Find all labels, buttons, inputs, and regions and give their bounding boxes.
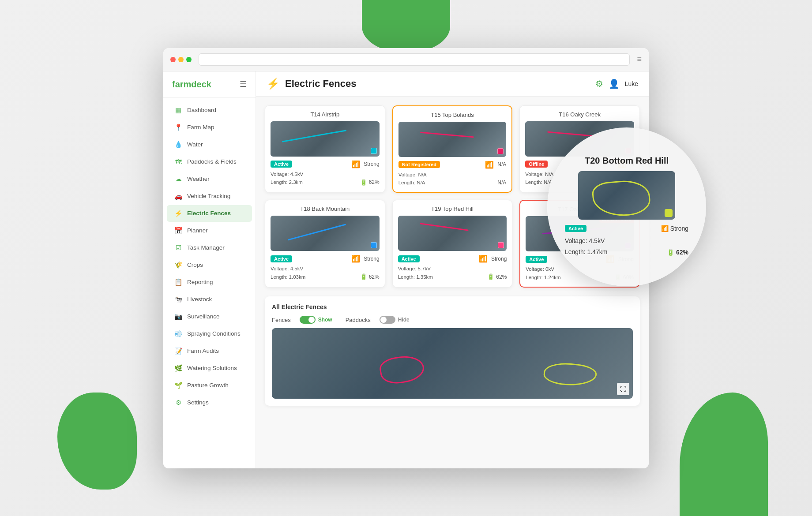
signal-label: N/A — [497, 161, 506, 168]
sidebar-item-planner[interactable]: 📅 Planner — [167, 222, 252, 239]
paddocks-toggle[interactable]: Hide — [380, 316, 410, 324]
nav-label-weather: Weather — [187, 176, 210, 182]
card-image-bg — [271, 121, 380, 157]
decorative-blob-left — [57, 393, 137, 490]
fence-color-indicator — [371, 148, 377, 154]
card-length-battery: Length: 2.3km 🔋62% — [271, 178, 380, 186]
sidebar-item-pasture-growth[interactable]: 🌱 Pasture Growth — [167, 377, 252, 394]
popup-status-badge: Active — [565, 225, 586, 232]
sidebar-item-reporting[interactable]: 📋 Reporting — [167, 274, 252, 291]
card-status-row: Active 📶 Strong — [398, 254, 507, 263]
nav-icon-watering-solutions: 🌿 — [174, 364, 183, 373]
address-bar[interactable] — [199, 53, 630, 66]
nav-icon-reporting: 📋 — [174, 278, 183, 287]
card-title: T16 Oaky Creek — [525, 111, 634, 118]
status-badge: Active — [271, 161, 292, 168]
logo-farm: farm — [172, 79, 191, 89]
nav-icon-dashboard: ▦ — [174, 106, 183, 115]
map-section: All Electric Fences Fences Show Paddocks — [265, 296, 640, 406]
map-fence-yellow — [543, 361, 598, 388]
nav-icon-task-manager: ☑ — [174, 243, 183, 252]
card-battery-row: 🔋62% — [360, 179, 380, 186]
card-length-battery: Length: 1.35km 🔋62% — [398, 273, 507, 281]
status-badge: Active — [271, 255, 292, 262]
browser-menu-icon[interactable]: ≡ — [637, 55, 642, 64]
nav-icon-paddocks: 🗺 — [174, 157, 183, 166]
sidebar-item-spraying-conditions[interactable]: 💨 Spraying Conditions — [167, 325, 252, 342]
sidebar-item-vehicle-tracking[interactable]: 🚗 Vehicle Tracking — [167, 188, 252, 205]
sidebar-item-task-manager[interactable]: ☑ Task Manager — [167, 239, 252, 256]
card-image — [271, 216, 380, 251]
nav-icon-water: 💧 — [174, 140, 183, 149]
nav-icon-settings: ⚙ — [174, 398, 183, 407]
card-length-battery: Length: 1.03km 🔋62% — [271, 273, 380, 281]
card-battery-row: N/A — [497, 179, 506, 186]
sidebar-item-weather[interactable]: ☁ Weather — [167, 171, 252, 187]
card-battery-row: 🔋62% — [487, 273, 507, 280]
nav-icon-pasture-growth: 🌱 — [174, 381, 183, 390]
decorative-blob-right — [680, 393, 768, 516]
sidebar-item-settings[interactable]: ⚙ Settings — [167, 394, 252, 411]
nav-label-water: Water — [187, 141, 203, 148]
fences-toggle-track[interactable] — [300, 316, 316, 324]
popup-fence-image — [578, 171, 649, 220]
card-image-bg — [398, 122, 507, 157]
electric-fence-icon: ⚡ — [267, 78, 280, 90]
fullscreen-button[interactable]: ⛶ — [617, 383, 629, 395]
maximize-button[interactable] — [186, 57, 192, 62]
browser-window: ≡ farmdeck ☰ ▦ Dashboard 📍 Farm Map 💧 Wa… — [163, 48, 649, 468]
nav-icon-farm-map: 📍 — [174, 123, 183, 132]
map-fence-pink — [378, 353, 426, 386]
status-badge: Active — [526, 256, 547, 263]
sidebar-item-electric-fences[interactable]: ⚡ Electric Fences — [167, 205, 252, 222]
card-status-row: Not Registered 📶 N/A — [398, 161, 507, 169]
sidebar-item-paddocks[interactable]: 🗺 Paddocks & Fields — [167, 153, 252, 170]
fences-toggle[interactable]: Show — [300, 316, 332, 324]
nav-label-farm-map: Farm Map — [187, 124, 214, 131]
fence-color-indicator — [497, 148, 504, 154]
fence-card-t18[interactable]: T18 Back Mountain Active 📶 Strong Voltag… — [265, 200, 385, 288]
sidebar-item-livestock[interactable]: 🐄 Livestock — [167, 291, 252, 308]
user-icon[interactable]: 👤 — [609, 79, 620, 89]
settings-icon[interactable]: ⚙ — [595, 79, 603, 89]
nav-label-task-manager: Task Manager — [187, 244, 225, 251]
popup-length: Length: 1.47km — [565, 247, 608, 258]
sidebar-item-surveillance[interactable]: 📷 Surveillance — [167, 308, 252, 325]
battery-icon: 🔋 — [360, 179, 367, 186]
sidebar-item-farm-audits[interactable]: 📝 Farm Audits — [167, 343, 252, 359]
fences-toggle-thumb — [308, 317, 315, 323]
signal-label: Strong — [364, 161, 379, 167]
minimize-button[interactable] — [178, 57, 184, 62]
card-length: Length: 1.35km — [398, 273, 433, 281]
sidebar-item-water[interactable]: 💧 Water — [167, 136, 252, 153]
app-container: farmdeck ☰ ▦ Dashboard 📍 Farm Map 💧 Wate… — [163, 71, 649, 468]
signal-bars: 📶 — [351, 160, 360, 168]
card-voltage: Voltage: N/A — [398, 171, 507, 179]
nav-icon-vehicle-tracking: 🚗 — [174, 192, 183, 201]
sidebar-item-watering-solutions[interactable]: 🌿 Watering Solutions — [167, 360, 252, 377]
close-button[interactable] — [170, 57, 176, 62]
browser-controls — [170, 57, 192, 62]
status-badge: Offline — [525, 161, 548, 168]
detail-popup: T20 Bottom Red Hill Active 📶 Strong Volt… — [547, 127, 649, 286]
nav-label-dashboard: Dashboard — [187, 107, 216, 113]
topbar-left: ⚡ Electric Fences — [267, 78, 356, 90]
nav-label-paddocks: Paddocks & Fields — [187, 158, 237, 165]
sidebar-item-dashboard[interactable]: ▦ Dashboard — [167, 102, 252, 119]
fence-card-t15[interactable]: T15 Top Bolands Not Registered 📶 N/A Vol… — [392, 105, 513, 193]
sidebar-nav: ▦ Dashboard 📍 Farm Map 💧 Water 🗺 Paddock… — [163, 98, 256, 468]
sidebar-item-farm-map[interactable]: 📍 Farm Map — [167, 119, 252, 136]
paddocks-toggle-track[interactable] — [380, 316, 395, 324]
fence-card-t14[interactable]: T14 Airstrip Active 📶 Strong Voltage: 4.… — [265, 105, 385, 193]
nav-icon-spraying-conditions: 💨 — [174, 329, 183, 338]
decorative-blob-top — [362, 0, 450, 53]
hamburger-icon[interactable]: ☰ — [240, 79, 247, 89]
map-controls: Fences Show Paddocks Hide — [272, 316, 633, 324]
fence-card-t19[interactable]: T19 Top Red Hill Active 📶 Strong Voltage… — [392, 200, 513, 288]
fences-label: Fences — [272, 317, 291, 323]
card-image-bg — [271, 216, 380, 251]
popup-circle-container: T20 Bottom Red Hill Active 📶 Strong Volt… — [547, 127, 649, 286]
topbar: ⚡ Electric Fences ⚙ 👤 Luke — [256, 71, 649, 97]
signal-label: Strong — [364, 256, 379, 262]
sidebar-item-crops[interactable]: 🌾 Crops — [167, 257, 252, 273]
